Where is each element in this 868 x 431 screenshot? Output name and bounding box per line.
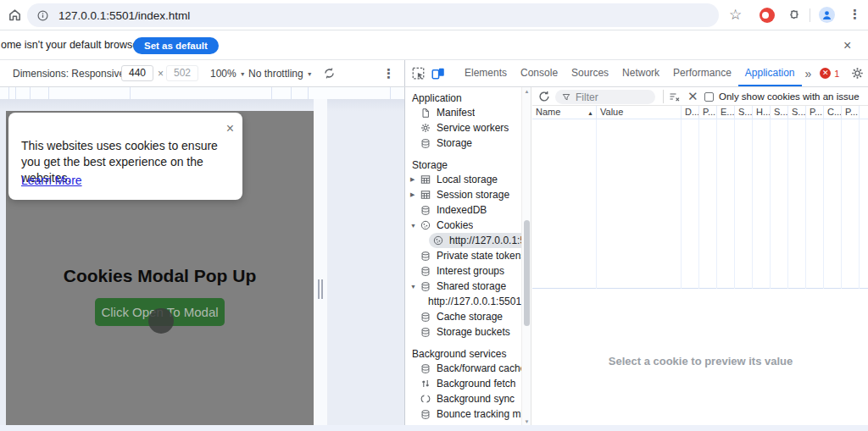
refresh-icon[interactable] — [538, 91, 550, 102]
sidebar-item-background-fetch[interactable]: Background fetch — [405, 376, 531, 391]
tab-console[interactable]: Console — [514, 60, 565, 86]
sidebar-item-local-storage[interactable]: ▶Local storage — [405, 172, 531, 187]
database-icon — [420, 281, 432, 292]
throttling-select[interactable]: No throttling▼ — [248, 68, 313, 80]
column-header-col7[interactable]: S... — [771, 106, 788, 119]
home-icon[interactable] — [8, 8, 22, 22]
sidebar-item-manifest[interactable]: Manifest — [405, 105, 531, 120]
page-title: Cookies Modal Pop Up — [6, 266, 314, 286]
devtools-tabs: ElementsConsoleSourcesNetworkPerformance… — [458, 60, 802, 86]
sidebar-item-cache-storage[interactable]: Cache storage — [405, 309, 531, 324]
sidebar-item-service-workers[interactable]: Service workers — [405, 120, 531, 135]
sidebar-item-shared-storage[interactable]: ▼Shared storage — [405, 279, 531, 294]
tab-network[interactable]: Network — [615, 60, 666, 86]
sidebar-item-background-sync[interactable]: Background sync — [405, 391, 531, 406]
tree-expanded-icon[interactable]: ▼ — [410, 223, 420, 229]
column-header-col3[interactable]: P... — [699, 106, 717, 119]
bookmark-star-icon[interactable]: ☆ — [729, 7, 742, 24]
table-column — [597, 119, 682, 289]
column-header-col4[interactable]: E... — [717, 106, 735, 119]
error-badge[interactable]: ✕ 1 — [820, 68, 839, 79]
extensions-puzzle-icon[interactable] — [786, 8, 799, 21]
browser-menu-icon[interactable]: ⋮ — [849, 7, 861, 22]
height-input[interactable]: 502 — [166, 65, 198, 81]
device-toolbar-menu-icon[interactable]: ⋮ — [382, 66, 395, 81]
column-header-col11[interactable]: P... — [842, 106, 860, 119]
tab-elements[interactable]: Elements — [458, 60, 514, 86]
sidebar-item-back-forward-cache[interactable]: Back/forward cache — [405, 361, 531, 376]
sidebar-item-label: Service workers — [437, 122, 509, 134]
clear-filter-icon[interactable] — [669, 91, 681, 102]
application-tree: ApplicationManifestService workersStorag… — [405, 87, 531, 422]
tab-application[interactable]: Application — [738, 60, 802, 86]
settings-gear-icon[interactable] — [851, 67, 864, 80]
sidebar-item-label: Local storage — [437, 174, 498, 185]
scrollbar-thumb[interactable] — [524, 220, 530, 326]
site-info-icon[interactable] — [37, 10, 48, 21]
learn-more-link[interactable]: Learn More — [21, 174, 82, 187]
rotate-viewport-icon[interactable] — [323, 67, 336, 80]
sort-ascending-icon: ▲ — [587, 107, 593, 119]
filter-input[interactable]: Filter — [555, 90, 655, 104]
sidebar-item-storage[interactable]: Storage — [405, 135, 531, 151]
address-bar[interactable]: 127.0.0.1:5501/index.html — [27, 3, 719, 27]
tab-performance[interactable]: Performance — [666, 60, 738, 86]
delete-cookies-icon[interactable]: ✕ — [687, 89, 698, 104]
column-header-col5[interactable]: S... — [735, 106, 753, 119]
sidebar-item-cookies[interactable]: ▼Cookies — [405, 218, 531, 233]
set-as-default-button[interactable]: Set as default — [133, 37, 219, 54]
more-tabs-icon[interactable]: » — [802, 67, 815, 80]
tree-collapsed-icon[interactable]: ▶ — [410, 191, 420, 198]
column-header-col10[interactable]: C... — [824, 106, 842, 119]
sidebar-item-interest-groups[interactable]: Interest groups — [405, 263, 531, 279]
sidebar-item-storage-buckets[interactable]: Storage buckets — [405, 324, 531, 340]
sidebar-item-label: http://127.0.0.1:5501 — [428, 296, 521, 307]
devtools-tabbar: ElementsConsoleSourcesNetworkPerformance… — [404, 60, 868, 86]
zoom-select[interactable]: 100%▼ — [210, 68, 246, 80]
sidebar-item-label: IndexedDB — [437, 204, 487, 216]
cookie-table-body[interactable] — [532, 119, 868, 289]
banner-close-icon[interactable]: × — [843, 38, 851, 53]
sidebar-item-label: Background sync — [437, 393, 515, 405]
sidebar-item-label: Background fetch — [437, 378, 515, 390]
column-header-value[interactable]: Value — [597, 106, 682, 119]
sidebar-scrollbar[interactable]: ▲ ▼ — [521, 87, 531, 431]
column-header-col2[interactable]: D... — [682, 106, 699, 119]
banner-text: ome isn't your default browser — [1, 39, 142, 51]
scroll-down-icon[interactable]: ▼ — [524, 419, 530, 424]
database-icon — [420, 312, 432, 323]
inspect-element-icon[interactable] — [412, 67, 425, 80]
issue-filter-checkbox[interactable] — [704, 92, 714, 102]
scroll-up-icon[interactable]: ▲ — [524, 89, 530, 94]
page-viewport: × This websites uses cookies to ensure y… — [6, 111, 314, 428]
tab-sources[interactable]: Sources — [565, 60, 615, 86]
tree-collapsed-icon[interactable]: ▶ — [410, 176, 420, 183]
sidebar-item-session-storage[interactable]: ▶Session storage — [405, 187, 531, 202]
column-header-name[interactable]: Name▲ — [532, 106, 597, 119]
window-bottom-edge — [0, 425, 868, 431]
devtools-panel: ApplicationManifestService workersStorag… — [404, 87, 868, 431]
sidebar-item-bounce-tracking-mi[interactable]: Bounce tracking mi... — [405, 406, 531, 422]
database-icon — [420, 409, 432, 420]
sidebar-item-indexeddb[interactable]: IndexedDB — [405, 202, 531, 218]
column-header-col6[interactable]: H... — [753, 106, 771, 119]
modal-close-icon[interactable]: × — [226, 123, 234, 135]
width-input[interactable]: 440 — [121, 65, 153, 81]
browser-toolbar: 127.0.0.1:5501/index.html ☆ ⋮ — [0, 0, 868, 30]
database-icon — [420, 266, 432, 277]
column-header-col9[interactable]: P... — [806, 106, 824, 119]
column-header-col8[interactable]: S... — [788, 106, 806, 119]
filter-funnel-icon — [562, 93, 570, 102]
tree-expanded-icon[interactable]: ▼ — [410, 284, 420, 290]
sidebar-item-http-127-0-0-1-5501[interactable]: http://127.0.0.1:5501 — [405, 294, 531, 309]
extension-icon[interactable] — [760, 8, 775, 23]
sidebar-item-private-state-tokens[interactable]: Private state tokens — [405, 248, 531, 263]
devtools-top-row: Dimensions: Responsive▼ 440 × 502 100%▼ … — [0, 60, 868, 87]
viewport-resize-handle[interactable] — [318, 279, 324, 299]
grid-icon — [420, 190, 432, 201]
preview-placeholder: Select a cookie to preview its value — [609, 355, 793, 367]
profile-avatar[interactable] — [819, 7, 835, 23]
sidebar-item-http-127-0-0-1-5[interactable]: http://127.0.0.1:5... — [405, 233, 531, 248]
dimensions-select[interactable]: Dimensions: Responsive▼ — [13, 68, 134, 80]
device-toolbar-toggle-icon[interactable] — [431, 67, 445, 80]
